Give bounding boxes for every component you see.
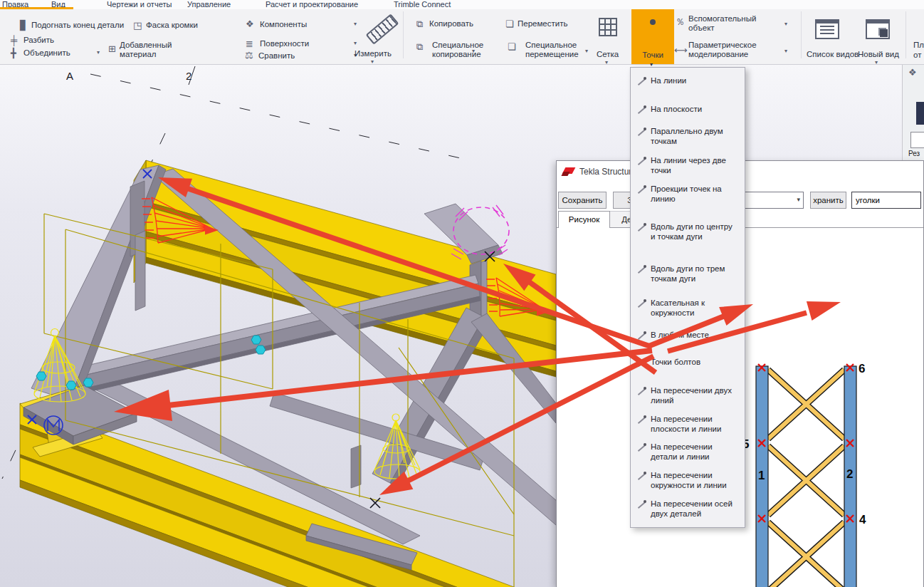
grid-icon bbox=[599, 18, 617, 36]
menu-item-8[interactable]: В любом месте bbox=[631, 331, 745, 342]
components-icon: ❖ bbox=[246, 19, 254, 28]
combine-icon: ╋ bbox=[11, 48, 16, 58]
ribbon-tab-4[interactable]: Расчет и проектирование bbox=[266, 0, 358, 9]
intersect-axes-two-parts-icon bbox=[636, 499, 648, 511]
chevron-down-icon[interactable]: ▾ bbox=[784, 48, 787, 54]
menu-item-label: На плоскости bbox=[651, 105, 737, 115]
arc-three-points-icon bbox=[636, 264, 648, 276]
copy-icon: ⧉ bbox=[416, 19, 423, 28]
menu-item-3[interactable]: На линии через две точки bbox=[631, 156, 745, 175]
ribbon-tab-2[interactable]: Чертежи и отчеты bbox=[107, 0, 172, 9]
menu-item-4[interactable]: Проекции точек на линию bbox=[631, 185, 745, 204]
grid-button[interactable]: Сетка bbox=[597, 50, 619, 58]
menu-item-9[interactable]: Точки болтов bbox=[631, 358, 745, 369]
aux-object-button[interactable]: Вспомогательный объект bbox=[688, 14, 767, 33]
measure-button[interactable]: Измерить bbox=[355, 49, 392, 58]
menu-item-5[interactable]: Вдоль дуги по центру и точкам дуги bbox=[631, 222, 745, 241]
menu-item-12[interactable]: На пересечении детали и линии bbox=[631, 442, 745, 462]
points-button-label: Точки bbox=[631, 51, 674, 59]
chevron-down-icon[interactable]: ▾ bbox=[472, 48, 475, 54]
point-on-line-icon bbox=[636, 76, 648, 88]
components-button[interactable]: Компоненты bbox=[260, 20, 307, 28]
chevron-down-icon[interactable]: ▾ bbox=[97, 50, 100, 56]
grid-label-a: A bbox=[66, 70, 73, 82]
side-panel-button[interactable] bbox=[916, 102, 924, 125]
clipped-button-label[interactable]: от bbox=[913, 51, 921, 59]
settings-combobox[interactable]: ▾ bbox=[741, 192, 804, 209]
chevron-down-icon[interactable]: ▾ bbox=[585, 48, 588, 54]
menu-item-11[interactable]: На пересечении плоскости и линии bbox=[631, 415, 745, 434]
combine-button[interactable]: Объединить bbox=[23, 48, 70, 57]
diagram-label-1: 1 bbox=[758, 469, 765, 482]
arc-center-points-icon bbox=[636, 222, 648, 234]
menu-item-6[interactable]: Вдоль дуги по трем точкам дуги bbox=[631, 264, 745, 284]
diagram-braces bbox=[768, 370, 844, 587]
compare-button[interactable]: Сравнить bbox=[258, 51, 295, 60]
menu-item-1[interactable]: На плоскости bbox=[631, 105, 745, 116]
menu-item-7[interactable]: Касательная к окружности bbox=[631, 298, 745, 318]
menu-item-label: На пересечении осей двух деталей bbox=[651, 499, 737, 519]
points-bullet-icon bbox=[650, 19, 656, 25]
ribbon: ПравкаВидЧертежи и отчетыУправлениеРасче… bbox=[0, 0, 924, 65]
chevron-down-icon[interactable]: ▾ bbox=[354, 21, 357, 27]
special-copy-icon: ⧉ bbox=[416, 42, 423, 51]
parallel-two-points-icon bbox=[636, 127, 648, 138]
ribbon-tab-3[interactable]: Управление bbox=[187, 0, 231, 9]
surfaces-button[interactable]: Поверхности bbox=[260, 39, 309, 48]
parametric-modeling-icon: ⟷ bbox=[674, 46, 688, 55]
chevron-down-icon[interactable]: ▾ bbox=[784, 21, 787, 27]
special-move-button[interactable]: Специальное перемещение bbox=[525, 41, 585, 59]
new-view-button[interactable]: Новый вид bbox=[858, 50, 899, 58]
special-copy-button[interactable]: Специальное копирование bbox=[432, 41, 492, 59]
save-as-button[interactable]: хранить к bbox=[810, 192, 846, 209]
menu-item-2[interactable]: Параллельно двум точкам bbox=[631, 127, 745, 146]
active-tab-underline bbox=[0, 7, 73, 9]
side-panel-search-input[interactable] bbox=[910, 132, 924, 148]
menu-item-label: На линии bbox=[651, 76, 737, 86]
added-material-button[interactable]: Добавленный материал bbox=[120, 41, 179, 59]
save-button[interactable]: Сохранить bbox=[558, 192, 607, 209]
menu-item-13[interactable]: На пересечении окружности и линии bbox=[631, 471, 745, 490]
split-icon: ╪ bbox=[11, 36, 17, 45]
components-panel-icon[interactable]: ❖ bbox=[908, 68, 917, 77]
save-as-name-input[interactable] bbox=[851, 192, 921, 209]
menu-item-14[interactable]: На пересечении осей двух деталей bbox=[631, 499, 745, 519]
menu-item-label: На пересечении детали и линии bbox=[651, 442, 737, 462]
menu-item-label: В любом месте bbox=[651, 331, 737, 341]
menu-item-label: Вдоль дуги по трем точкам дуги bbox=[651, 264, 737, 284]
menu-item-label: На линии через две точки bbox=[651, 156, 737, 175]
menu-item-label: На пересечении плоскости и линии bbox=[651, 415, 737, 434]
chevron-down-icon[interactable]: ▾ bbox=[650, 61, 653, 68]
tekla-logo-icon bbox=[561, 172, 569, 176]
chevron-down-icon[interactable]: ▾ bbox=[354, 41, 357, 46]
dialog-title: Tekla Structure bbox=[579, 167, 636, 177]
menu-item-0[interactable]: На линии bbox=[631, 76, 745, 88]
chevron-down-icon[interactable]: ▾ bbox=[605, 60, 608, 66]
menu-item-label: Вдоль дуги по центру и точкам дуги bbox=[651, 222, 737, 241]
copy-button[interactable]: Копировать bbox=[429, 19, 473, 28]
menu-item-label: На пересечении двух линий bbox=[651, 386, 737, 405]
chevron-down-icon[interactable]: ▾ bbox=[371, 59, 374, 65]
move-button[interactable]: Переместить bbox=[518, 19, 567, 28]
intersect-plane-line-icon bbox=[636, 415, 648, 426]
chamfer-button[interactable]: Фаска кромки bbox=[146, 21, 198, 29]
view-list-icon bbox=[815, 19, 839, 39]
clipped-button-label[interactable]: Пл bbox=[913, 41, 924, 49]
chevron-down-icon[interactable]: ▾ bbox=[875, 60, 878, 66]
tangent-to-circle-icon bbox=[636, 298, 648, 310]
ribbon-tab-5[interactable]: Trimble Connect bbox=[394, 0, 451, 9]
menu-item-label: Точки болтов bbox=[651, 358, 737, 368]
tab-drawing[interactable]: Рисунок bbox=[558, 211, 610, 228]
menu-item-10[interactable]: На пересечении двух линий bbox=[631, 386, 745, 405]
split-button[interactable]: Разбить bbox=[23, 36, 54, 44]
fit-part-end-icon: ▊ bbox=[20, 21, 27, 30]
points-button[interactable]: Точки ▾ bbox=[631, 9, 674, 64]
special-move-icon: ❏ bbox=[508, 42, 516, 51]
line-through-two-points-icon bbox=[636, 156, 648, 167]
fit-part-end-button[interactable]: Подогнать конец детали bbox=[31, 21, 124, 29]
parametric-modeling-button[interactable]: Параметрическое моделирование bbox=[688, 41, 767, 59]
point-on-plane-icon bbox=[636, 105, 648, 116]
project-points-on-line-icon bbox=[636, 185, 648, 196]
view-list-button[interactable]: Список видов bbox=[807, 50, 859, 58]
points-dropdown-menu: На линииНа плоскостиПараллельно двум точ… bbox=[630, 67, 745, 528]
